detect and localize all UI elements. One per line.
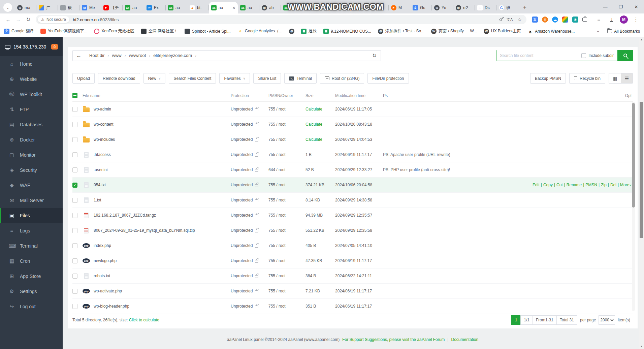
table-row[interactable]: phpwp-blog-header.phpUnprotected755 / ro…	[72, 299, 633, 314]
root-dir-234g--button[interactable]: Root dir (234G)	[320, 73, 364, 84]
select-all-checkbox[interactable]	[72, 93, 77, 98]
cut-action-link[interactable]: Cut	[556, 183, 563, 187]
row-checkbox[interactable]	[72, 198, 77, 203]
column-file-name[interactable]: File name	[83, 93, 231, 98]
row-checkbox[interactable]	[72, 274, 77, 279]
back-icon[interactable]: ←	[3, 15, 13, 24]
cloud-extension-icon[interactable]: ☁	[552, 17, 558, 23]
maximize-button[interactable]: ❐	[613, 0, 629, 13]
sidebar-item-databases[interactable]: ▤Databases	[0, 117, 63, 132]
calculate-size-link[interactable]: Click to calculate	[129, 318, 159, 322]
sidebar-item-docker[interactable]: ⊛Docker	[0, 132, 63, 147]
file-name[interactable]: 054.txt	[94, 183, 106, 187]
bookmark-item[interactable]: ⊞9.12-NOMENO CUS...	[323, 29, 371, 34]
browser-tab[interactable]: ✳Qu	[367, 2, 389, 13]
password-key-icon[interactable]	[499, 18, 503, 21]
row-checkbox[interactable]	[72, 122, 77, 127]
new-tab-button[interactable]: +	[520, 3, 529, 12]
browser-tab[interactable]: II	[346, 2, 367, 13]
remote-download-button[interactable]: Remote download	[98, 73, 140, 84]
sidebar-item-terminal[interactable]: ⌨Terminal	[0, 238, 63, 253]
include-subdir-checkbox[interactable]	[581, 53, 586, 58]
file-name[interactable]: wp-includes	[94, 137, 115, 142]
row-checkbox[interactable]	[72, 228, 77, 233]
browser-tab[interactable]: 概	[58, 2, 79, 13]
browser-tab[interactable]: 广	[36, 2, 58, 13]
bookmark-item[interactable]: ıllGoogle Analytics（...	[237, 28, 282, 34]
sidebar-item-waf[interactable]: ◆WAF	[0, 178, 63, 193]
bookmark-item[interactable]: 文Google 翻译	[4, 28, 34, 34]
per-page-select[interactable]: 2000	[599, 315, 615, 325]
sidebar-item-monitor[interactable]: ▢Monitor	[0, 147, 63, 162]
calculate-link[interactable]: Calculate	[305, 137, 322, 142]
backup-pmsn-button[interactable]: Backup PMSN	[530, 73, 566, 84]
rename-action-link[interactable]: Rename	[567, 183, 582, 187]
unlock-icon[interactable]	[255, 230, 258, 232]
browser-tab[interactable]: G班	[496, 2, 518, 13]
back-directory-button[interactable]: ←	[72, 50, 85, 61]
table-row[interactable]: 192.168.2.187_8067_J2ZCd.tar.gzUnprotect…	[72, 208, 633, 223]
menu-dots-icon[interactable]: ⋮	[631, 15, 641, 24]
refresh-directory-button[interactable]: ↻	[368, 50, 381, 61]
browser-tab[interactable]: Pa	[302, 2, 324, 13]
bookmark-item[interactable]: W页面 ‹ Shopify — W...	[431, 28, 477, 34]
sidebar-item-ftp[interactable]: ⇅FTP	[0, 102, 63, 117]
tab-close-icon[interactable]: ✕	[232, 6, 235, 10]
close-button[interactable]: ✕	[629, 0, 644, 13]
browser-tab[interactable]: ▲bt.	[187, 2, 209, 13]
unlock-icon[interactable]	[255, 169, 258, 172]
file-name[interactable]: newlogo.php	[94, 258, 117, 263]
column-modification-time[interactable]: Modification time	[335, 93, 383, 98]
row-checkbox[interactable]	[72, 137, 77, 142]
seo-extension-icon[interactable]: S	[542, 17, 548, 23]
table-scrollbar-track[interactable]	[632, 102, 635, 311]
bookmark-item[interactable]: Spinbot - Article Spi...	[185, 29, 231, 34]
copy-action-link[interactable]: Copy	[543, 183, 553, 187]
reading-list-icon[interactable]: ≡	[594, 15, 604, 24]
browser-scrollbar-thumb[interactable]	[640, 102, 643, 238]
profile-avatar[interactable]: M	[620, 15, 628, 24]
terminal-button[interactable]: >_Terminal	[284, 73, 316, 84]
file-name[interactable]: 192.168.2.187_8067_J2ZCd.tar.gz	[94, 213, 156, 218]
table-row[interactable]: phpindex.phpUnprotected755 / root405 B20…	[72, 238, 633, 253]
sidebar-item-home[interactable]: ⌂Home	[0, 56, 63, 71]
bookmark-item[interactable]: ⊞退款	[301, 28, 317, 34]
browser-tab[interactable]: II	[324, 2, 346, 13]
browser-tab[interactable]: aaaa	[238, 2, 259, 13]
scroll-down-arrow[interactable]: ▼	[639, 344, 644, 349]
sidebar-item-website[interactable]: ⊕Website	[0, 71, 63, 87]
sidebar-item-wp-toolkit[interactable]: ⓌWP Toolkit	[0, 87, 63, 102]
recycle-bin-button[interactable]: Recycle bin	[569, 73, 605, 84]
grid-view-button[interactable]: ▦	[609, 73, 621, 84]
bookmark-item[interactable]: aAmazon Warehouse...	[527, 29, 575, 34]
table-row[interactable]: .htaccessUnprotected755 / root1 B2024/06…	[72, 147, 633, 162]
row-checkbox[interactable]	[72, 152, 77, 157]
browser-tab[interactable]: aaaa✕	[209, 2, 238, 13]
table-row[interactable]: wp-adminUnprotected755 / rootCalculate20…	[72, 102, 633, 117]
browser-scrollbar[interactable]: ▲ ▼	[639, 37, 644, 349]
row-checkbox[interactable]	[72, 213, 77, 218]
table-row[interactable]: wp-contentUnprotected755 / rootCalculate…	[72, 117, 633, 132]
table-scrollbar-thumb[interactable]	[632, 103, 635, 208]
analytics-extension-icon[interactable]	[562, 17, 568, 23]
unlock-icon[interactable]	[255, 245, 258, 248]
row-checkbox[interactable]	[72, 243, 77, 248]
browser-tab[interactable]: ⊕ab	[259, 2, 281, 13]
table-row[interactable]: ✓054.txtUnprotected755 / root374.21 KB20…	[72, 178, 633, 193]
browser-tab[interactable]: ↓Dc	[475, 2, 496, 13]
pmsn-action-link[interactable]: PMSN	[585, 183, 597, 187]
row-checkbox[interactable]: ✓	[72, 183, 77, 188]
server-header[interactable]: 154.38.175.230 0	[0, 37, 63, 56]
page-number-current[interactable]: 1	[511, 315, 521, 325]
bookmark-item[interactable]: ⊕	[289, 29, 294, 34]
breadcrumb-item[interactable]: Root dir	[89, 53, 105, 58]
not-secure-chip[interactable]: ⚠ Not secure	[38, 16, 69, 23]
browser-tab[interactable]: aaaa	[123, 2, 144, 13]
translate-extension-icon[interactable]: 文	[532, 17, 538, 23]
browser-tab[interactable]: aaaa	[166, 2, 187, 13]
unlock-icon[interactable]	[255, 215, 258, 217]
table-row[interactable]: 1.txtUnprotected755 / root8.14 KB2024/09…	[72, 193, 633, 208]
unlock-icon[interactable]	[255, 139, 258, 141]
table-row[interactable]: 8067_2024-09-28_01-25-19_mysql_data_bLYN…	[72, 223, 633, 238]
breadcrumb-item[interactable]: www	[112, 53, 122, 58]
